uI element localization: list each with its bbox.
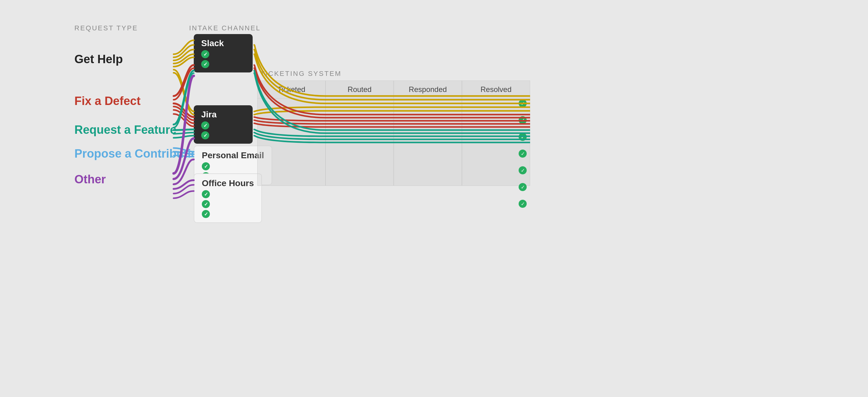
ticketed-column: Ticketed [257, 80, 326, 186]
resolved-check-6: ✓ [519, 183, 527, 191]
check-icon-2: ✓ [201, 60, 209, 68]
ticketing-system-grid: Ticketed Routed Responded Resolved ✓ ✓ ✓… [257, 80, 530, 186]
resolved-checks: ✓ ✓ ✓ ✓ ✓ ✓ ✓ [519, 99, 527, 208]
request-type-request-feature: Request a Feature [74, 123, 176, 137]
check-icon-9: ✓ [202, 210, 210, 218]
ticketing-system-section-label: TICKETING SYSTEM [260, 70, 342, 78]
resolved-check-1: ✓ [519, 99, 527, 107]
office-hours-check-1: ✓ [202, 190, 254, 198]
check-icon-5: ✓ [202, 162, 210, 170]
check-icon-7: ✓ [202, 190, 210, 198]
routed-header: Routed [326, 81, 393, 98]
intake-channel-section-label: INTAKE CHANNEL [189, 24, 261, 32]
request-type-fix-defect: Fix a Defect [74, 94, 141, 108]
resolved-check-5: ✓ [519, 166, 527, 174]
check-icon-8: ✓ [202, 200, 210, 208]
request-type-other: Other [74, 173, 106, 186]
diagram-container: REQUEST TYPE INTAKE CHANNEL TICKETING SY… [0, 0, 868, 397]
intake-channel-slack: Slack ✓ ✓ [194, 34, 253, 72]
slack-check-2: ✓ [201, 60, 245, 68]
resolved-header: Resolved [462, 81, 530, 98]
intake-channel-office-hours: Office Hours ✓ ✓ ✓ [194, 173, 262, 223]
jira-check-2: ✓ [201, 131, 245, 139]
check-icon-3: ✓ [201, 122, 209, 129]
request-type-propose-contribution: Propose a Contribution [74, 147, 205, 160]
request-type-section-label: REQUEST TYPE [74, 24, 138, 32]
responded-column: Responded [394, 80, 462, 186]
responded-header: Responded [394, 81, 462, 98]
request-type-get-help: Get Help [74, 53, 123, 66]
personal-email-check-1: ✓ [202, 162, 264, 170]
intake-channel-jira: Jira ✓ ✓ [194, 105, 253, 144]
resolved-check-2: ✓ [519, 116, 527, 124]
check-icon-1: ✓ [201, 50, 209, 58]
jira-check-1: ✓ [201, 122, 245, 129]
check-icon-4: ✓ [201, 131, 209, 139]
routed-column: Routed [326, 80, 394, 186]
office-hours-check-3: ✓ [202, 210, 254, 218]
resolved-check-4: ✓ [519, 150, 527, 158]
flow-lines [0, 0, 868, 397]
slack-check-1: ✓ [201, 50, 245, 58]
office-hours-check-2: ✓ [202, 200, 254, 208]
resolved-column: Resolved ✓ ✓ ✓ ✓ ✓ ✓ ✓ [462, 80, 530, 186]
ticketed-header: Ticketed [258, 81, 325, 98]
resolved-check-3: ✓ [519, 133, 527, 141]
resolved-check-7: ✓ [519, 200, 527, 208]
